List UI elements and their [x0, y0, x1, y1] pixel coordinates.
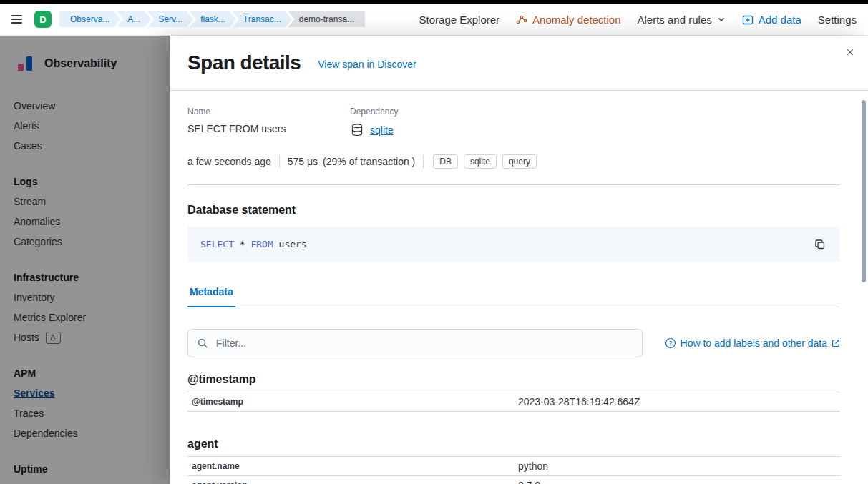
app-header: D Observa... A... Serv... flask... Trans…: [0, 4, 868, 36]
dependency-sqlite-link[interactable]: sqlite: [370, 124, 394, 136]
metadata-key: agent.version: [192, 480, 518, 484]
span-name-label: Name: [187, 107, 350, 117]
svg-text:?: ?: [668, 340, 672, 347]
table-row: @timestamp 2023-03-28T16:19:42.664Z: [187, 392, 840, 412]
breadcrumb-apm[interactable]: A...: [117, 11, 151, 27]
database-statement-code: SELECT * FROM users: [187, 227, 840, 262]
chevron-down-icon: [717, 15, 726, 24]
span-duration-percent: (29% of transaction ): [323, 156, 415, 167]
metadata-value: 2023-03-28T16:19:42.664Z: [518, 396, 640, 408]
header-actions: Storage Explorer Anomaly detection Alert…: [419, 14, 857, 26]
divider: [423, 155, 424, 168]
hamburger-line: [11, 15, 22, 16]
metadata-value: 2.7.0: [518, 480, 540, 484]
metadata-table: agent.name python agent.version 2.7.0: [187, 456, 840, 484]
table-row: agent.version 2.7.0: [187, 476, 840, 484]
question-circle-icon: ?: [665, 337, 676, 349]
database-icon: [350, 123, 364, 137]
copy-icon[interactable]: [814, 239, 826, 250]
storage-explorer-link[interactable]: Storage Explorer: [419, 14, 500, 26]
settings-link[interactable]: Settings: [818, 14, 857, 26]
external-link-icon: [832, 339, 840, 347]
divider: [187, 184, 840, 185]
metadata-filter-box: [187, 329, 643, 357]
view-span-in-discover-link[interactable]: View span in Discover: [318, 59, 416, 70]
metadata-key: @timestamp: [192, 396, 518, 408]
scrollbar-thumb[interactable]: [862, 100, 866, 282]
sql-text: users: [273, 239, 307, 250]
alerts-and-rules-label: Alerts and rules: [638, 14, 712, 26]
add-data-label: Add data: [759, 14, 801, 26]
filter-input[interactable]: [215, 337, 633, 350]
search-icon: [197, 337, 208, 349]
page-title: Span details: [187, 51, 301, 74]
close-icon[interactable]: [842, 44, 859, 61]
hamburger-line: [11, 19, 22, 20]
flyout-body: Name SELECT FROM users Dependency: [170, 91, 868, 484]
tab-metadata[interactable]: Metadata: [187, 286, 235, 307]
how-to-add-labels-link[interactable]: ? How to add labels and other data: [665, 337, 840, 349]
flyout-scrollbar[interactable]: [862, 100, 866, 484]
breadcrumb-services[interactable]: Serv...: [147, 11, 193, 27]
modal-overlay[interactable]: [0, 36, 170, 484]
table-row: agent.name python: [187, 457, 840, 476]
database-statement-title: Database statement: [187, 204, 840, 217]
alerts-and-rules-menu[interactable]: Alerts and rules: [638, 14, 726, 26]
flyout-header: Span details View span in Discover: [170, 36, 868, 91]
span-subtype-badge: sqlite: [464, 154, 497, 169]
span-age: a few seconds ago: [187, 156, 271, 167]
anomaly-detection-link[interactable]: Anomaly detection: [516, 14, 620, 26]
span-duration: 575 μs: [288, 156, 318, 167]
metadata-value: python: [518, 460, 548, 472]
metadata-group-title-timestamp: @timestamp: [187, 373, 840, 386]
breadcrumb-transactions[interactable]: Transac...: [233, 11, 292, 27]
span-action-badge: query: [502, 154, 537, 169]
breadcrumb: Observa... A... Serv... flask... Transac…: [59, 11, 365, 27]
metadata-key: agent.name: [192, 460, 518, 472]
hamburger-line: [11, 22, 22, 24]
metadata-group-title-agent: agent: [187, 438, 840, 450]
span-details-flyout: Span details View span in Discover Name …: [170, 36, 868, 484]
flyout-tabs: Metadata: [187, 286, 840, 307]
menu-hamburger-button[interactable]: [0, 4, 33, 35]
how-to-add-labels-label: How to add labels and other data: [681, 337, 827, 349]
breadcrumb-current-transaction: demo-transa...: [288, 11, 365, 27]
breadcrumb-service-name[interactable]: flask...: [190, 11, 236, 27]
divider: [279, 155, 280, 168]
anomaly-detection-label: Anomaly detection: [532, 14, 620, 26]
add-data-link[interactable]: Add data: [742, 14, 801, 26]
sql-keyword: SELECT: [200, 239, 234, 250]
sidebar: Observability Overview Alerts Cases Logs…: [0, 36, 170, 484]
anomaly-detection-icon: [516, 14, 527, 25]
sql-text: *: [234, 239, 250, 250]
span-type-badge: DB: [433, 154, 458, 169]
dependency-label: Dependency: [350, 107, 398, 117]
sql-keyword: FROM: [250, 239, 273, 250]
breadcrumb-observability[interactable]: Observa...: [59, 11, 120, 27]
add-data-icon: [742, 14, 754, 25]
space-avatar[interactable]: D: [34, 11, 52, 28]
span-name-value: SELECT FROM users: [187, 123, 350, 134]
metadata-table: @timestamp 2023-03-28T16:19:42.664Z: [187, 392, 840, 412]
